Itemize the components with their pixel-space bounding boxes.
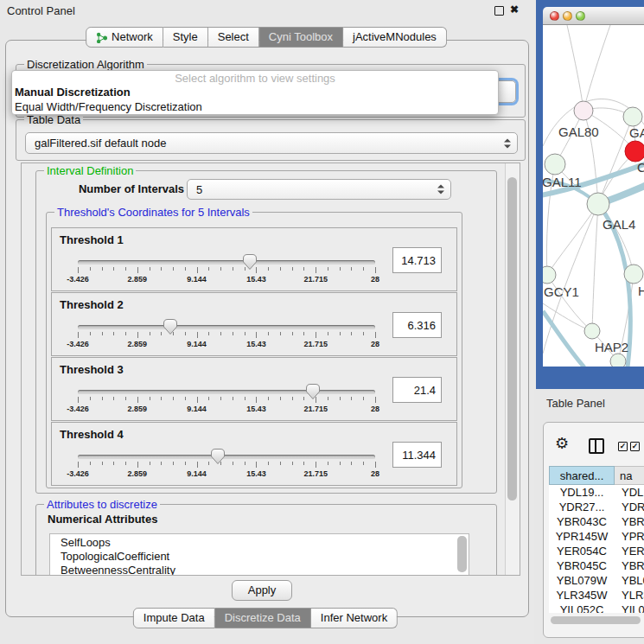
network-node[interactable] xyxy=(624,265,643,284)
attribute-item-topologicalcoefficient[interactable]: TopologicalCoefficient xyxy=(50,550,455,564)
network-node[interactable] xyxy=(625,141,644,162)
top-tab-network[interactable]: Network xyxy=(86,27,163,48)
minimize-traffic-light-icon[interactable] xyxy=(563,11,572,21)
slider-thumb[interactable] xyxy=(243,254,257,270)
slider-tick-label: 15.43 xyxy=(246,469,266,478)
close-icon[interactable]: ✖ xyxy=(510,3,519,16)
bottom-tab-impute-data[interactable]: Impute Data xyxy=(133,608,215,628)
slider-tick xyxy=(375,397,376,403)
network-edge-thick[interactable] xyxy=(543,311,584,367)
network-edge[interactable] xyxy=(547,275,592,331)
network-edge[interactable] xyxy=(543,303,592,331)
table-row[interactable]: YBL079WYBL0 xyxy=(549,573,644,588)
network-edge[interactable] xyxy=(583,25,610,111)
attribute-item-betweennesscentrality[interactable]: BetweennessCentrality xyxy=(50,564,455,576)
network-edge[interactable] xyxy=(567,25,583,111)
table-cell: YDL19... xyxy=(549,485,615,500)
network-node[interactable] xyxy=(587,193,609,215)
network-window-titlebar[interactable] xyxy=(543,7,644,25)
top-tab-jactivemnodules[interactable]: jActiveMNodules xyxy=(343,27,447,48)
table-row[interactable]: YBR045CYBR0 xyxy=(549,558,644,573)
top-tab-cyni-toolbox[interactable]: Cyni Toolbox xyxy=(259,27,343,48)
horizontal-scrollbar-thumb[interactable] xyxy=(551,616,641,624)
slider-thumb[interactable] xyxy=(306,384,320,399)
threshold-value-field[interactable]: 11.344 xyxy=(392,442,442,468)
slider-tick xyxy=(328,332,328,335)
network-graph[interactable]: GAL80GACGAL11GAL4GCY1HHAP2 xyxy=(543,25,644,367)
slider-tick-label: 2.859 xyxy=(128,469,148,478)
top-tab-label: Cyni Toolbox xyxy=(269,30,333,44)
threshold-slider[interactable]: -3.4262.8599.14415.4321.71528 xyxy=(78,384,375,418)
threshold-value-field[interactable]: 14.713 xyxy=(392,247,442,273)
table-row[interactable]: YDL19...YDL1 xyxy=(549,485,644,500)
network-node[interactable] xyxy=(623,107,642,126)
float-window-icon[interactable] xyxy=(494,6,504,16)
table-cell: YDL1 xyxy=(615,485,644,500)
numerical-attributes-list[interactable]: SelfLoopsTopologicalCoefficientBetweenne… xyxy=(49,533,469,576)
network-edge[interactable] xyxy=(592,204,598,331)
slider-tick xyxy=(78,397,79,403)
split-view-icon[interactable] xyxy=(589,438,604,454)
slider-track[interactable] xyxy=(78,390,375,394)
attributes-group-title: Attributes to discretize xyxy=(44,498,160,511)
zoom-traffic-light-icon[interactable] xyxy=(576,11,585,21)
number-of-intervals-combobox[interactable]: 5 xyxy=(187,179,451,200)
threshold-value-field[interactable]: 21.4 xyxy=(392,377,442,403)
threshold-slider[interactable]: -3.4262.8599.14415.4321.71528 xyxy=(78,254,375,289)
network-node-label: HAP2 xyxy=(595,340,628,354)
table-cell: YER0 xyxy=(615,544,644,558)
slider-tick xyxy=(340,397,341,400)
slider-tick xyxy=(185,462,186,465)
checkbox-icon[interactable]: ✓ xyxy=(630,442,640,451)
table-row[interactable]: YER054CYER0 xyxy=(549,544,644,558)
viewport-scrollbar-thumb[interactable] xyxy=(507,177,517,501)
attribute-item-selfloops[interactable]: SelfLoops xyxy=(50,536,455,550)
network-canvas[interactable]: GAL80GACGAL11GAL4GCY1HHAP2 xyxy=(543,25,644,367)
slider-track[interactable] xyxy=(78,325,375,329)
threshold-slider[interactable]: -3.4262.8599.14415.4321.71528 xyxy=(78,319,375,354)
slider-tick xyxy=(268,397,269,400)
slider-thumb[interactable] xyxy=(211,449,225,464)
slider-tick-label: 2.859 xyxy=(128,405,148,413)
table-data-combobox[interactable]: galFiltered.sif default node xyxy=(25,132,518,154)
top-tab-style[interactable]: Style xyxy=(163,27,208,48)
slider-tick xyxy=(78,332,79,338)
checkbox-icon[interactable]: ✓ xyxy=(618,442,628,451)
bottom-tab-discretize-data[interactable]: Discretize Data xyxy=(215,608,311,628)
table-row[interactable]: YLR345WYLR3 xyxy=(549,588,644,603)
threshold-slider[interactable]: -3.4262.8599.14415.4321.71528 xyxy=(78,449,375,483)
table-row[interactable]: YDR27...YDR2 xyxy=(549,500,644,514)
slider-thumb[interactable] xyxy=(163,319,177,335)
network-node[interactable] xyxy=(545,154,565,175)
slider-tick xyxy=(113,332,114,335)
apply-button[interactable]: Apply xyxy=(232,580,292,601)
bottom-tab-infer-network[interactable]: Infer Network xyxy=(311,608,398,628)
top-tab-label: Select xyxy=(218,30,249,44)
network-node[interactable] xyxy=(610,354,626,367)
table-row[interactable]: YBR043CYBR0 xyxy=(549,514,644,529)
table-row[interactable]: YPR145WYPR1 xyxy=(549,529,644,544)
top-tab-select[interactable]: Select xyxy=(208,27,259,48)
close-traffic-light-icon[interactable] xyxy=(550,11,559,21)
algorithm-option-equal-width-frequency-discretization[interactable]: Equal Width/Frequency Discretization xyxy=(15,100,495,113)
threshold-value-field[interactable]: 6.316 xyxy=(392,312,442,338)
slider-tick xyxy=(303,462,304,465)
network-node[interactable] xyxy=(584,323,600,339)
network-edge[interactable] xyxy=(547,204,598,275)
list-scrollbar-thumb[interactable] xyxy=(457,536,467,572)
slider-tick xyxy=(268,462,269,465)
slider-track[interactable] xyxy=(78,260,375,265)
gear-icon[interactable]: ⚙ xyxy=(555,436,569,451)
slider-tick xyxy=(303,332,304,335)
slider-track[interactable] xyxy=(78,455,375,459)
table-column-header-shared[interactable]: shared... xyxy=(549,466,615,485)
algorithm-option-manual-discretization[interactable]: Manual Discretization xyxy=(15,86,495,99)
table-row[interactable]: YIL052CYIL0 xyxy=(549,603,644,613)
table-cell: YBR0 xyxy=(615,514,644,529)
network-node[interactable] xyxy=(574,101,593,120)
slider-tick xyxy=(363,462,364,465)
network-node[interactable] xyxy=(543,266,556,284)
viewport-scrollbar-track[interactable] xyxy=(505,163,520,575)
slider-tick xyxy=(90,397,91,400)
table-column-header-na[interactable]: na xyxy=(615,466,644,485)
